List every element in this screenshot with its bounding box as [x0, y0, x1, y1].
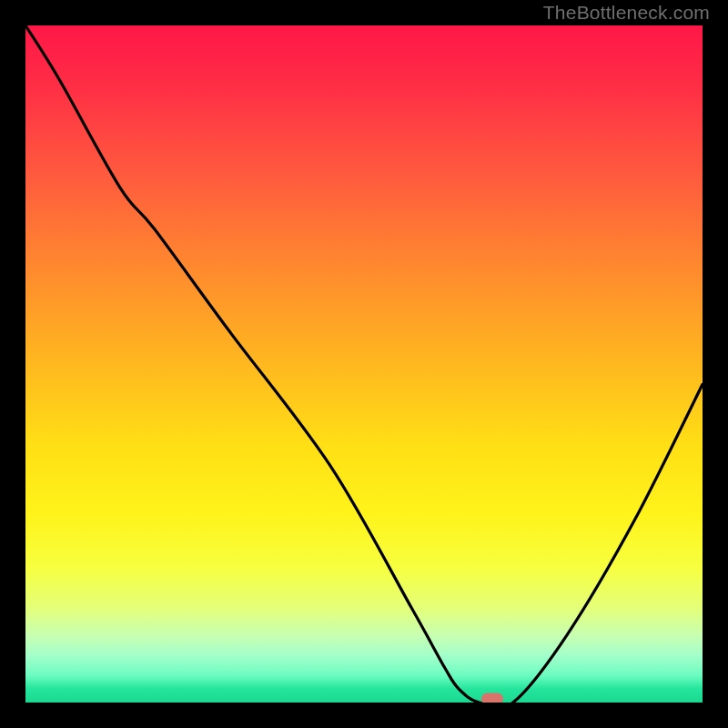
optimal-marker [481, 693, 503, 703]
plot-area [25, 25, 703, 703]
chart-frame: TheBottleneck.com [0, 0, 728, 728]
bottleneck-curve [25, 25, 703, 703]
curve-path [25, 25, 703, 703]
attribution-text: TheBottleneck.com [543, 2, 710, 24]
